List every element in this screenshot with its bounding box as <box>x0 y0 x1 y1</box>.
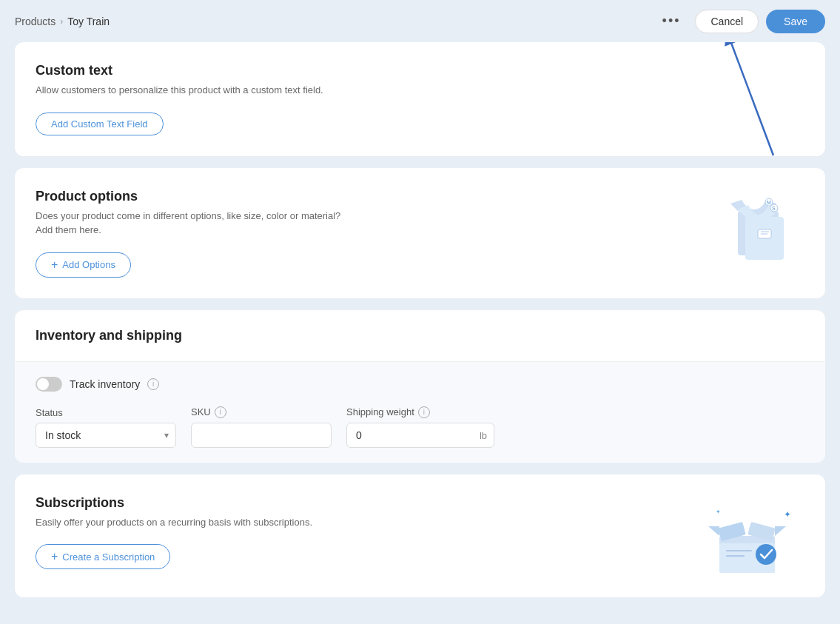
subscriptions-content: Subscriptions Easily offer your products… <box>36 495 804 577</box>
product-options-title: Product options <box>36 189 701 204</box>
svg-text:✦: ✦ <box>716 509 721 515</box>
sku-input[interactable] <box>191 423 332 448</box>
track-inventory-toggle[interactable] <box>36 377 62 392</box>
product-options-image: M S <box>716 189 804 263</box>
subscriptions-title: Subscriptions <box>36 495 701 511</box>
breadcrumb-separator: › <box>60 16 63 27</box>
product-options-content: Product options Does your product come i… <box>36 189 804 278</box>
main-content: Custom text Allow customers to personali… <box>15 42 825 624</box>
custom-text-description: Allow customers to personalize this prod… <box>36 83 804 98</box>
product-options-text: Product options Does your product come i… <box>36 189 701 278</box>
svg-text:S: S <box>772 206 776 211</box>
sku-info-icon[interactable]: i <box>215 406 226 418</box>
custom-text-title: Custom text <box>36 63 804 78</box>
product-options-card: Product options Does your product come i… <box>15 168 825 298</box>
subscriptions-image: ✦ ✦ <box>701 495 804 577</box>
add-options-plus-icon: + <box>51 258 58 272</box>
add-custom-text-field-label: Add Custom Text Field <box>51 118 148 130</box>
create-subscription-button[interactable]: + Create a Subscription <box>36 544 170 569</box>
status-field-group: Status In stock Out of stock Pre-order ▾ <box>36 407 176 448</box>
breadcrumb-products-link[interactable]: Products <box>15 16 56 27</box>
sku-field-group: SKU i <box>191 406 332 448</box>
track-inventory-info-icon[interactable]: i <box>147 378 159 390</box>
breadcrumb-current: Toy Train <box>67 16 110 27</box>
status-label: Status <box>36 407 176 418</box>
create-subscription-label: Create a Subscription <box>62 551 155 563</box>
inventory-header: Inventory and shipping <box>15 310 825 362</box>
inventory-body: Track inventory i Status In stock Out of… <box>15 362 825 463</box>
weight-unit-label: lb <box>480 429 487 440</box>
subscriptions-description: Easily offer your products on a recurrin… <box>36 515 701 530</box>
shipping-weight-input-wrapper: lb <box>346 423 494 448</box>
subscriptions-text: Subscriptions Easily offer your products… <box>36 495 701 570</box>
subscriptions-card: Subscriptions Easily offer your products… <box>15 474 825 597</box>
save-button[interactable]: Save <box>766 10 825 33</box>
status-select[interactable]: In stock Out of stock Pre-order <box>36 423 176 448</box>
custom-text-card: Custom text Allow customers to personali… <box>15 42 825 156</box>
breadcrumb: Products › Toy Train <box>15 16 110 27</box>
sku-label: SKU i <box>191 406 332 418</box>
track-inventory-row: Track inventory i <box>36 377 804 392</box>
nav-actions: ••• Cancel Save <box>655 9 825 33</box>
add-options-label: Add Options <box>62 259 115 270</box>
top-nav: Products › Toy Train ••• Cancel Save <box>0 0 840 42</box>
more-button[interactable]: ••• <box>655 9 688 33</box>
inventory-shipping-card: Inventory and shipping Track inventory i… <box>15 310 825 463</box>
shipping-weight-info-icon[interactable]: i <box>418 406 430 418</box>
svg-text:✦: ✦ <box>784 509 791 520</box>
shipping-weight-label: Shipping weight i <box>346 406 494 418</box>
inventory-title: Inventory and shipping <box>36 328 804 343</box>
create-subscription-plus-icon: + <box>51 550 58 563</box>
shipping-weight-input[interactable] <box>346 423 494 448</box>
cancel-button[interactable]: Cancel <box>695 10 759 33</box>
shipping-weight-field-group: Shipping weight i lb <box>346 406 494 448</box>
svg-text:M: M <box>767 200 771 205</box>
product-options-description: Does your product come in different opti… <box>36 209 701 238</box>
track-inventory-label: Track inventory <box>70 378 140 390</box>
inventory-fields-row: Status In stock Out of stock Pre-order ▾… <box>36 406 804 448</box>
add-custom-text-field-button[interactable]: Add Custom Text Field <box>36 113 164 135</box>
add-options-button[interactable]: + Add Options <box>36 252 131 278</box>
status-select-wrapper: In stock Out of stock Pre-order ▾ <box>36 423 176 448</box>
svg-point-15 <box>756 544 776 565</box>
